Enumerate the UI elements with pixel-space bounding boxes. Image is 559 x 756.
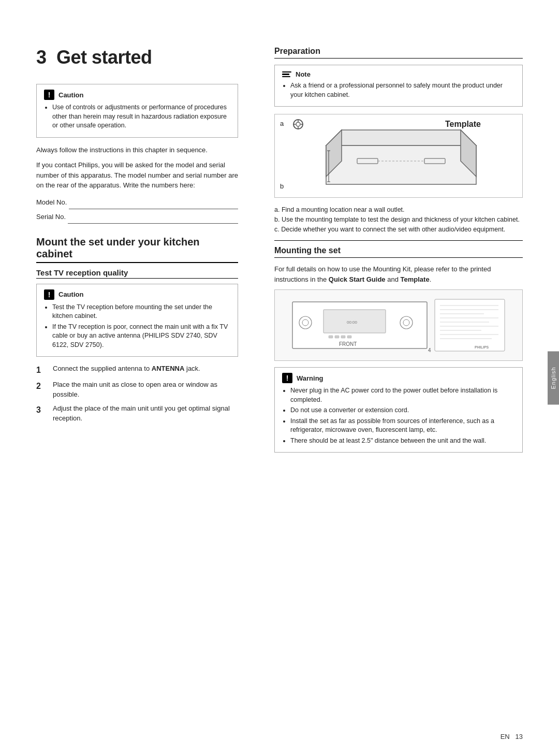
note-list: Ask a friend or a professional personnel… bbox=[290, 81, 515, 99]
svg-text:FRONT: FRONT bbox=[339, 341, 357, 347]
note-item-1: Ask a friend or a professional personnel… bbox=[290, 81, 515, 99]
template-diagram: a Template b bbox=[274, 114, 523, 198]
footer-page: 13 bbox=[516, 733, 523, 740]
cabinet-svg bbox=[311, 120, 487, 192]
step-2: 2 Place the main unit as close to open a… bbox=[36, 380, 238, 400]
caution-icon-1: ! bbox=[44, 90, 54, 100]
note-header: Note bbox=[282, 70, 515, 78]
svg-rect-7 bbox=[326, 146, 476, 184]
warning-icon: ! bbox=[282, 373, 292, 383]
subsection-title-tv: Test TV reception quality bbox=[36, 268, 238, 279]
step-num-3: 3 bbox=[36, 404, 51, 424]
caution-title-2: Caution bbox=[58, 290, 83, 298]
step-num-2: 2 bbox=[36, 380, 51, 400]
caption-b: b. Use the mounting template to test the… bbox=[274, 216, 520, 223]
svg-rect-27 bbox=[347, 336, 351, 338]
warning-item-2: Do not use a converter or extension cord… bbox=[290, 406, 515, 415]
step-1: 1 Connect the supplied antenna to ANTENN… bbox=[36, 364, 238, 376]
divider-1 bbox=[274, 240, 523, 241]
language-side-tab: English bbox=[548, 351, 559, 404]
note-lines-icon bbox=[282, 71, 291, 78]
step-1-bold: ANTENNA bbox=[152, 365, 185, 372]
mounting-body: For full details on how to use the Mount… bbox=[274, 264, 523, 284]
svg-text:00:00: 00:00 bbox=[347, 320, 358, 325]
svg-rect-24 bbox=[329, 336, 333, 338]
mounting-end: . bbox=[430, 275, 432, 283]
steps-list: 1 Connect the supplied antenna to ANTENN… bbox=[36, 364, 238, 424]
chapter-name: Get started bbox=[56, 47, 152, 68]
body-text-1: Always follow the instructions in this c… bbox=[36, 145, 238, 155]
prep-title: Preparation bbox=[274, 47, 523, 59]
warning-item-1: Never plug in the AC power cord to the p… bbox=[290, 386, 515, 404]
mounting-kit-diagram: FRONT 00:00 bbox=[274, 289, 523, 361]
step-1-text: Connect the supplied antenna to bbox=[53, 365, 152, 372]
caution-item-2b: If the TV reception is poor, connect the… bbox=[52, 323, 230, 350]
warning-title: Warning bbox=[297, 374, 323, 382]
caution-title-1: Caution bbox=[58, 91, 83, 99]
caution-header-2: ! Caution bbox=[44, 289, 230, 300]
serial-label: Serial No. bbox=[36, 210, 66, 224]
svg-text:PHILIPS: PHILIPS bbox=[475, 345, 489, 349]
footer-lang: EN bbox=[501, 733, 510, 740]
caution-item: Use of controls or adjustments or perfor… bbox=[52, 103, 230, 130]
caution-list-1: Use of controls or adjustments or perfor… bbox=[52, 103, 230, 130]
note-box: Note Ask a friend or a professional pers… bbox=[274, 65, 523, 107]
step-3: 3 Adjust the place of the main unit unti… bbox=[36, 404, 238, 424]
screw-icon bbox=[292, 119, 304, 132]
warning-list: Never plug in the AC power cord to the p… bbox=[290, 386, 515, 445]
mounting-title: Mounting the set bbox=[274, 246, 523, 258]
caution-item-2a: Test the TV reception before mounting th… bbox=[52, 303, 230, 321]
diagram-label-b: b bbox=[280, 182, 284, 190]
mounting-bold2: Template bbox=[401, 275, 430, 283]
warning-item-4: There should be at least 2.5" distance b… bbox=[290, 437, 515, 446]
step-content-3: Adjust the place of the main unit until … bbox=[53, 404, 238, 424]
svg-rect-28 bbox=[435, 299, 505, 351]
caption-a: a. Find a mounting location near a wall … bbox=[274, 206, 405, 213]
mounting-and: and bbox=[386, 275, 401, 283]
body-text-2: If you contact Philips, you will be aske… bbox=[36, 160, 238, 191]
svg-point-1 bbox=[296, 122, 300, 126]
note-title: Note bbox=[296, 70, 311, 78]
step-content-1: Connect the supplied antenna to ANTENNA … bbox=[53, 364, 238, 376]
caution-box-1: ! Caution Use of controls or adjustments… bbox=[36, 84, 238, 138]
step-num-1: 1 bbox=[36, 364, 51, 376]
caution-list-2: Test the TV reception before mounting th… bbox=[52, 303, 230, 350]
model-underline bbox=[69, 202, 238, 209]
svg-text:4: 4 bbox=[428, 347, 431, 353]
warning-box: ! Warning Never plug in the AC power cor… bbox=[274, 367, 523, 453]
warning-item-3: Install the set as far as possible from … bbox=[290, 417, 515, 435]
step-content-2: Place the main unit as close to open are… bbox=[53, 380, 238, 400]
section-title-mount: Mount the set under your kitchen cabinet bbox=[36, 236, 238, 263]
step-1-text2: jack. bbox=[184, 365, 200, 372]
caution-box-2: ! Caution Test the TV reception before m… bbox=[36, 284, 238, 357]
captions-block: a. Find a mounting location near a wall … bbox=[274, 205, 523, 234]
chapter-title: 3 Get started bbox=[36, 47, 238, 68]
warning-header: ! Warning bbox=[282, 373, 515, 383]
diagram-label-a: a bbox=[280, 120, 284, 127]
template-label: Template bbox=[445, 120, 481, 129]
svg-rect-25 bbox=[335, 336, 339, 338]
svg-marker-6 bbox=[326, 130, 476, 146]
chapter-number: 3 bbox=[36, 47, 47, 68]
serial-underline bbox=[68, 217, 238, 224]
mounting-kit-svg: FRONT 00:00 bbox=[287, 294, 510, 356]
caution-header-1: ! Caution bbox=[44, 90, 230, 100]
side-tab-label: English bbox=[550, 367, 556, 389]
mounting-bold1: Quick Start Guide bbox=[329, 275, 386, 283]
svg-rect-26 bbox=[341, 336, 345, 338]
step-2-text: Place the main unit as close to open are… bbox=[53, 381, 217, 398]
model-label: Model No. bbox=[36, 196, 67, 209]
page-footer: EN 13 bbox=[501, 733, 523, 740]
step-3-text: Adjust the place of the main unit until … bbox=[53, 404, 230, 422]
caption-c: c. Decide whether you want to connect th… bbox=[274, 226, 505, 233]
model-serial-section: Model No. Serial No. bbox=[36, 196, 238, 224]
caution-icon-2: ! bbox=[44, 289, 54, 300]
